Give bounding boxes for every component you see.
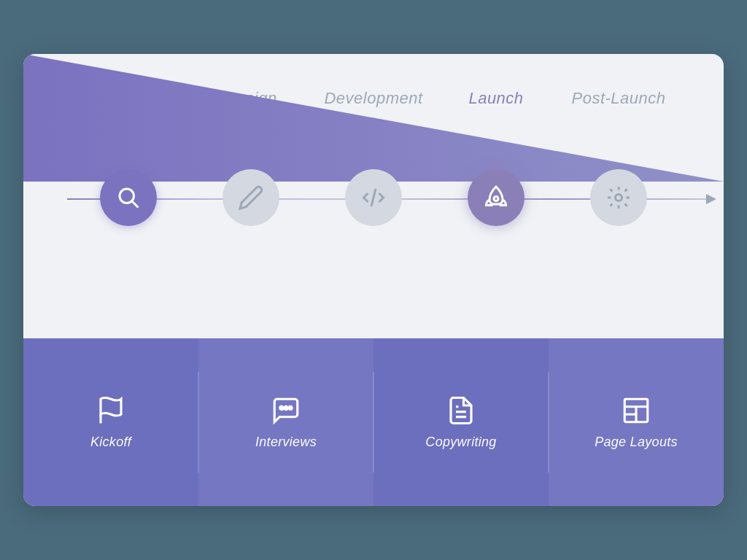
triangle-svg (23, 54, 724, 182)
copywriting-label: Copywriting (425, 435, 496, 450)
development-circle[interactable] (345, 169, 402, 226)
doc-icon (446, 395, 476, 426)
svg-line-1 (132, 201, 138, 207)
stage-node-development[interactable] (312, 169, 435, 226)
kickoff-label: Kickoff (90, 435, 131, 450)
discovery-circle[interactable] (100, 169, 157, 226)
pencil-icon (238, 184, 264, 211)
interviews-label: Interviews (255, 435, 317, 450)
flag-icon (96, 395, 126, 426)
search-icon (115, 184, 142, 211)
stage-node-launch[interactable] (435, 169, 557, 226)
stage-node-post-launch[interactable] (557, 169, 680, 226)
stage-nodes (67, 169, 680, 226)
bottom-bar: Kickoff Interviews Copywriting (23, 338, 724, 506)
svg-point-9 (285, 406, 287, 409)
stage-node-discovery[interactable] (67, 169, 190, 226)
post-launch-circle[interactable] (590, 169, 647, 226)
gear-icon (605, 184, 632, 211)
layout-icon (621, 395, 651, 426)
svg-marker-6 (23, 54, 724, 182)
page-layouts-label: Page Layouts (595, 435, 678, 450)
svg-line-2 (371, 189, 376, 206)
main-card: Discovery Design Development Launch Post… (23, 54, 724, 506)
stage-node-design[interactable] (190, 169, 312, 226)
chat-icon (271, 395, 301, 426)
svg-point-0 (120, 189, 134, 203)
launch-circle[interactable] (468, 169, 525, 226)
bottom-item-copywriting[interactable]: Copywriting (374, 338, 549, 506)
svg-point-8 (280, 406, 283, 409)
design-circle[interactable] (222, 169, 279, 226)
rocket-icon (483, 184, 509, 211)
svg-point-3 (494, 197, 498, 201)
code-icon (360, 184, 387, 211)
blue-triangle-shape (23, 54, 724, 182)
bottom-item-page-layouts[interactable]: Page Layouts (549, 338, 724, 506)
svg-point-4 (616, 195, 622, 201)
svg-point-10 (289, 406, 292, 409)
bottom-item-kickoff[interactable]: Kickoff (23, 338, 198, 506)
bottom-item-interviews[interactable]: Interviews (198, 338, 374, 506)
